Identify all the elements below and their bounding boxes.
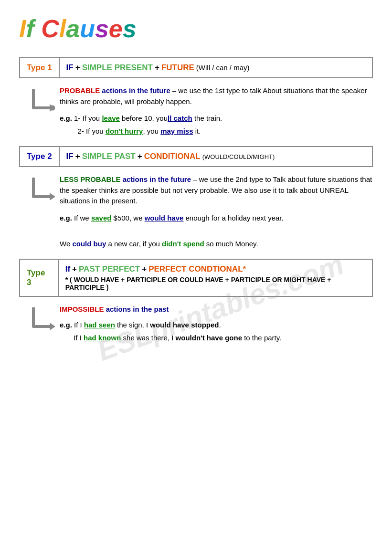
type1-simple-present: SIMPLE PRESENT — [82, 63, 153, 73]
type2-examples: e.g. If we saved $500, we would have eno… — [60, 211, 373, 250]
type1-arrow-section: PROBABLE actions in the future – we use … — [29, 85, 373, 137]
type3-past-perfect: PAST PERFECT — [79, 264, 140, 274]
type2-arrow-icon — [29, 175, 55, 203]
type1-if: IF — [66, 63, 74, 73]
type3-if: If — [65, 264, 70, 274]
type2-desc-head: LESS PROBABLE actions in the future – we… — [60, 174, 373, 207]
type2-if: IF — [66, 152, 74, 161]
type3-arrow-icon — [29, 305, 55, 333]
type3-description: IMPOSSIBLE actions in the past e.g. If I… — [60, 304, 373, 345]
type1-plus2: + — [155, 63, 159, 73]
svg-marker-1 — [50, 104, 55, 112]
type3-desc-head: IMPOSSIBLE actions in the past — [60, 304, 373, 315]
type3-plus2: + — [142, 264, 147, 274]
type2-content: IF + SIMPLE PAST + CONDITIONAL (WOULD/CO… — [60, 147, 282, 166]
svg-marker-2 — [50, 193, 55, 200]
type2-box: Type 2 IF + SIMPLE PAST + CONDITIONAL (W… — [19, 146, 373, 167]
type2-simple-past: SIMPLE PAST — [82, 152, 136, 161]
type3-perfect-cond: PERFECT CONDTIONAL* — [148, 264, 246, 274]
type1-arrow-icon — [29, 86, 55, 114]
type1-examples: e.g. 1- If you leave before 10, youll ca… — [60, 112, 373, 137]
type3-sub: * ( WOULD HAVE + PARTICIPLE OR COULD HAV… — [65, 276, 365, 291]
type2-sc: (WOULD/COULD/MIGHT) — [202, 153, 275, 160]
type3-content: If + PAST PERFECT + PERFECT CONDTIONAL* … — [59, 260, 372, 296]
type3-arrow-section: IMPOSSIBLE actions in the past e.g. If I… — [29, 304, 373, 345]
page-title: If Clauses — [19, 14, 373, 43]
type1-label: Type 1 — [20, 58, 60, 77]
type1-box: Type 1 IF + SIMPLE PRESENT + FUTURE (Wil… — [19, 57, 373, 78]
type1-desc-head: PROBABLE actions in the future – we use … — [60, 85, 373, 107]
type1-plus1: + — [75, 63, 80, 73]
type1-future: FUTURE — [161, 63, 194, 73]
type1-content: IF + SIMPLE PRESENT + FUTURE (Will / can… — [60, 58, 256, 77]
type2-label: Type 2 — [20, 147, 60, 166]
type1-modal: (Will / can / may) — [196, 63, 250, 72]
type3-box: Type 3 If + PAST PERFECT + PERFECT CONDT… — [19, 259, 373, 297]
svg-marker-3 — [50, 323, 55, 330]
type1-description: PROBABLE actions in the future – we use … — [60, 85, 373, 137]
type2-plus2: + — [138, 152, 142, 161]
type3-label: Type 3 — [20, 260, 59, 296]
type3-examples: e.g. If I had seen the sign, I would hav… — [60, 318, 373, 344]
type2-plus1: + — [75, 152, 80, 161]
type2-description: LESS PROBABLE actions in the future – we… — [60, 174, 373, 250]
type2-arrow-section: LESS PROBABLE actions in the future – we… — [29, 174, 373, 250]
type2-conditional: CONDITIONAL — [144, 152, 201, 161]
type3-plus1: + — [72, 264, 77, 274]
